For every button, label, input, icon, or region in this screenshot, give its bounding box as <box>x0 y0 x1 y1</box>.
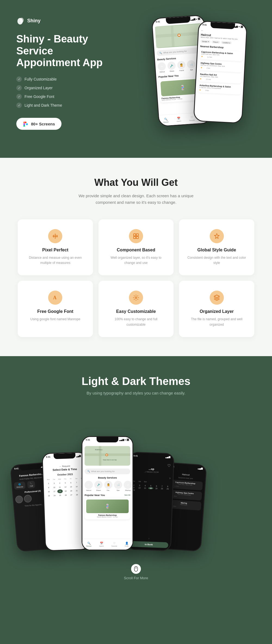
check-icon-1: ✓ <box>16 76 22 82</box>
svg-rect-6 <box>23 125 25 127</box>
pixel-title: Pixel Perfect <box>24 248 86 252</box>
feature-card-font: A Free Google Font Using google font nam… <box>18 281 93 337</box>
appoint-icon: 📅 <box>177 117 181 120</box>
svc-haircut-icon: ✂ <box>85 481 93 489</box>
star-1: ★ <box>201 55 203 58</box>
home-shop-img: 💈 <box>86 500 129 513</box>
dark-book-actions: ↑ to Book <box>129 536 168 548</box>
what-title: What You Will Get <box>16 177 256 188</box>
popular-header-home: Popular Near You See All <box>85 494 130 497</box>
location-filter[interactable]: Location▾ <box>221 41 232 44</box>
hero-phones: 9:41 ▂▄▆ ● ⬛ 🔍 What are you lookin <box>139 11 256 141</box>
phones-showcase: 9:41 ▂▄▆ ● Famous Barbersho... 4140 Park… <box>0 409 272 550</box>
scroll-icon-wrap <box>131 564 141 574</box>
custom-icon <box>129 291 143 305</box>
themes-subtitle: By using typography and styles you can c… <box>0 391 272 395</box>
see-all-popular[interactable]: See All <box>124 494 130 496</box>
nav-appoint[interactable]: 📅 Appoint <box>176 117 181 122</box>
home-bottom-nav: 🔍 Discover 📅 Appoint ♡ Favourite 👤 Profi… <box>82 539 132 550</box>
call-icon: 📞 <box>30 482 33 485</box>
showcase-phone-4: 9:41 ▂▄▆ ♡ ...op ...r-Mexico 31134 ‹ › F… <box>126 452 174 551</box>
what-subtitle: We provide simple and clean design. Each… <box>68 193 204 206</box>
dark-share-row: ↑ <box>129 536 168 541</box>
dark-book-btn[interactable]: to Book <box>129 541 168 548</box>
shave-icon: 🪒 <box>167 61 176 70</box>
feature-card-pixel: Pixel Perfect Distance and measue using … <box>18 219 93 275</box>
svc-facial-icon: 💆 <box>104 481 112 489</box>
feature-item-4: ✓ Light and Dark Theme <box>16 103 114 108</box>
notch-sp3 <box>97 437 118 442</box>
barber-3: Nautilus Nail Art 101 Allentown, New Yor… <box>198 72 242 84</box>
svg-point-22 <box>106 454 107 455</box>
svg-rect-25 <box>134 566 138 571</box>
filter-row: Gender▾ Price▾ Location▾ <box>200 40 243 45</box>
feature-item-1: ✓ Fully Customizable <box>16 76 114 82</box>
facial-icon: 💆 <box>177 61 186 69</box>
home-profile-icon: 👤 <box>125 542 128 545</box>
barber-1: Capricorn Barbershop & Salon 1234 Park A… <box>199 49 243 61</box>
feature-item-2: ✓ Organized Layer <box>16 85 114 91</box>
phone-right: 9:41 ▂▄▆ ● ⬛ ← Haircut More than 100+ ha… <box>193 21 247 124</box>
nav-discover[interactable]: 🔍 Discover <box>163 118 169 123</box>
map-placeholder <box>155 23 203 48</box>
feature-card-component: Component Based Well organized layer, so… <box>98 219 174 275</box>
logo-icon <box>16 16 25 25</box>
avatar-2 <box>24 494 32 503</box>
svg-rect-3 <box>23 122 25 124</box>
home-discover-icon: 🔍 <box>87 542 91 545</box>
price-filter[interactable]: Price▾ <box>212 40 220 44</box>
back-arrow[interactable]: ← <box>201 29 204 32</box>
status-icons-main: ▂▄▆ ● ⬛ <box>190 17 200 21</box>
home-nav-appoint[interactable]: 📅 Appoint <box>99 542 104 547</box>
home-nav-fav[interactable]: ♡ Favourite <box>112 542 117 547</box>
search-icon-main: 🔍 <box>159 52 162 54</box>
map-svg-main: PORTOLA Swipe down to see map <box>85 446 130 466</box>
svc-shave-icon: 🪒 <box>94 481 103 489</box>
screens-badge[interactable]: 80+ Screens <box>16 118 61 130</box>
showcase-phone-3: 9:41 ▂▄▆ ● ⬛ PORTOLA Swipe down to see m… <box>82 436 133 550</box>
svc-shave: 🪒 Shave <box>94 481 103 491</box>
home-shop-card: 💈 Famous Barbershop North Merion #1124 ·… <box>85 498 130 519</box>
star-3: ★ <box>200 78 202 80</box>
haircut-screen: ← Haircut More than 100+ haircut & salon… <box>195 21 246 98</box>
service-haircut: ✂ Haircut <box>157 62 166 73</box>
avatar-1 <box>15 495 23 503</box>
hero-left: Shiny Shiny - Beauty Service Appointment… <box>16 11 114 130</box>
spa-icon: 🛁 <box>187 60 195 69</box>
scroll-icon <box>134 566 138 572</box>
home-appoint-icon: 📅 <box>100 542 103 545</box>
svg-point-5 <box>26 123 28 125</box>
dark-cal-nav: ‹ › <box>132 474 171 480</box>
home-nav-discover[interactable]: 🔍 Discover <box>86 542 91 547</box>
dark-cal-header: FriSatSun <box>131 480 170 483</box>
dark-heart-icon[interactable]: ♡ <box>167 463 171 468</box>
website-icon: 🌐 <box>18 483 21 486</box>
logo-area: Shiny <box>16 16 114 25</box>
dark-cal-days: 2 3 4 5 6 7 8 9 10 11 18 19 25 26 29 <box>131 484 170 492</box>
svg-point-17 <box>135 297 137 298</box>
nav-favorite[interactable]: ♡ Favourite <box>189 116 195 121</box>
search-icon-home: 🔍 <box>87 470 90 473</box>
haircut-icon: ✂ <box>157 62 166 71</box>
svg-text:A: A <box>53 295 57 300</box>
svg-rect-13 <box>136 234 138 236</box>
screens-badge-label: 80+ Screens <box>31 122 55 126</box>
font-title: Free Google Font <box>24 309 86 314</box>
fav-icon: ♡ <box>190 116 193 119</box>
website-btn[interactable]: 🌐Website <box>14 481 26 489</box>
dark-share-icon[interactable]: ↑ <box>148 537 150 540</box>
beauty-svc-home: Beauty Services <box>85 476 130 479</box>
barber-4: Antariksa Barbershop & Salon 1 Oak Dr, U… <box>198 83 241 95</box>
feature-card-style: Global Style Guide Consistent design wit… <box>179 219 254 275</box>
layer-desc: The file is named, grouped and well orga… <box>186 317 248 327</box>
search-bar-main-home[interactable]: 🔍 What are you looking for <box>85 469 130 474</box>
svg-rect-4 <box>23 123 25 125</box>
cal-back-arrow[interactable]: ← Request <box>59 465 70 467</box>
dark-cal-next[interactable]: › <box>169 476 171 480</box>
service-spa: 🛁 Spa <box>187 60 196 71</box>
gender-filter[interactable]: Gender▾ <box>200 40 211 43</box>
features-grid: Pixel Perfect Distance and measue using … <box>18 219 254 337</box>
call-btn[interactable]: 📞Call <box>27 480 35 488</box>
svc-waxing: 🕯 Waxing <box>124 481 132 491</box>
home-nav-profile[interactable]: 👤 Profile <box>125 542 129 547</box>
